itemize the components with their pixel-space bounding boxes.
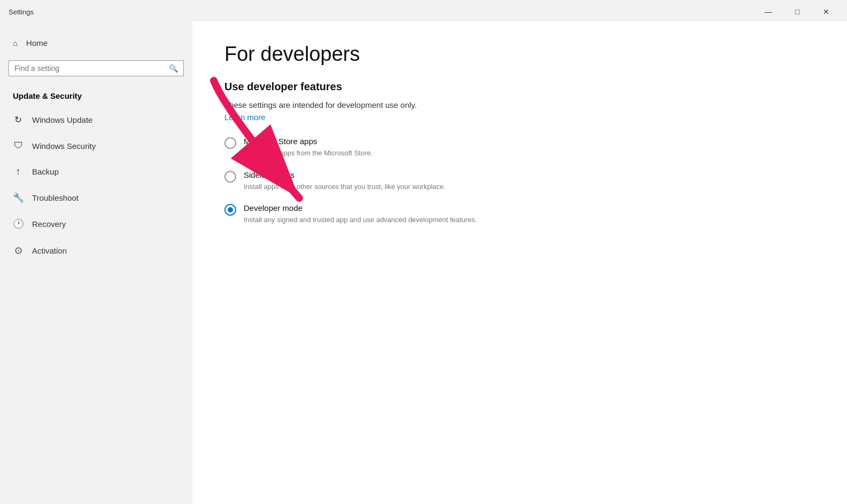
radio-text-developer-mode: Developer mode Install any signed and tr… bbox=[244, 203, 815, 225]
sidebar-item-label: Backup bbox=[32, 167, 59, 176]
content-panel: For developers Use developer features Th… bbox=[192, 21, 847, 504]
sidebar-item-label: Activation bbox=[32, 246, 67, 255]
app-title: Settings bbox=[9, 8, 34, 16]
radio-label-microsoft-store: Microsoft Store apps bbox=[244, 137, 815, 146]
title-bar: Settings — □ ✕ bbox=[0, 0, 847, 21]
window-controls: — □ ✕ bbox=[756, 3, 838, 20]
learn-more-link[interactable]: Learn more bbox=[224, 113, 266, 122]
radio-sideload[interactable] bbox=[224, 171, 236, 183]
page-title: For developers bbox=[224, 43, 815, 66]
search-icon: 🔍 bbox=[169, 64, 178, 73]
sidebar-item-windows-security[interactable]: 🛡 Windows Security bbox=[0, 133, 192, 159]
close-button[interactable]: ✕ bbox=[814, 3, 838, 20]
radio-microsoft-store[interactable] bbox=[224, 137, 236, 149]
windows-update-icon: ↻ bbox=[13, 114, 24, 125]
radio-text-sideload: Sideload apps Install apps from other so… bbox=[244, 170, 815, 192]
description-text: These settings are intended for developm… bbox=[224, 100, 815, 109]
recovery-icon: 🕐 bbox=[13, 218, 24, 230]
windows-security-icon: 🛡 bbox=[13, 140, 24, 151]
sidebar-item-recovery[interactable]: 🕐 Recovery bbox=[0, 211, 192, 237]
sidebar-item-home[interactable]: ⌂ Home bbox=[0, 32, 192, 54]
radio-text-microsoft-store: Microsoft Store apps Only install apps f… bbox=[244, 137, 815, 159]
radio-label-sideload: Sideload apps bbox=[244, 170, 815, 179]
sidebar-item-backup[interactable]: ↑ Backup bbox=[0, 159, 192, 185]
sidebar-item-activation[interactable]: ⊙ Activation bbox=[0, 237, 192, 264]
maximize-button[interactable]: □ bbox=[785, 3, 810, 20]
radio-desc-microsoft-store: Only install apps from the Microsoft Sto… bbox=[244, 148, 815, 159]
activation-icon: ⊙ bbox=[13, 245, 24, 256]
radio-option-developer-mode[interactable]: Developer mode Install any signed and tr… bbox=[224, 203, 815, 225]
app-body: ⌂ Home 🔍 Update & Security ↻ Windows Upd… bbox=[0, 21, 847, 504]
radio-desc-developer-mode: Install any signed and trusted app and u… bbox=[244, 215, 815, 225]
radio-developer-mode[interactable] bbox=[224, 204, 236, 216]
backup-icon: ↑ bbox=[13, 166, 24, 177]
radio-option-microsoft-store[interactable]: Microsoft Store apps Only install apps f… bbox=[224, 137, 815, 159]
sidebar-item-label: Windows Security bbox=[32, 141, 96, 151]
minimize-button[interactable]: — bbox=[756, 3, 781, 20]
search-box[interactable]: 🔍 bbox=[9, 60, 184, 76]
troubleshoot-icon: 🔧 bbox=[13, 192, 24, 203]
sidebar-item-label: Windows Update bbox=[32, 115, 92, 124]
home-label: Home bbox=[26, 38, 48, 48]
radio-desc-sideload: Install apps from other sources that you… bbox=[244, 182, 815, 192]
sidebar-section-title: Update & Security bbox=[0, 87, 192, 107]
sidebar-item-label: Troubleshoot bbox=[32, 193, 79, 202]
radio-inner-developer-mode bbox=[228, 207, 233, 212]
section-heading: Use developer features bbox=[224, 81, 815, 93]
sidebar-item-label: Recovery bbox=[32, 219, 66, 229]
search-input[interactable] bbox=[14, 64, 169, 73]
sidebar-item-windows-update[interactable]: ↻ Windows Update bbox=[0, 107, 192, 133]
radio-label-developer-mode: Developer mode bbox=[244, 203, 815, 212]
radio-option-sideload[interactable]: Sideload apps Install apps from other so… bbox=[224, 170, 815, 192]
sidebar: ⌂ Home 🔍 Update & Security ↻ Windows Upd… bbox=[0, 21, 192, 504]
sidebar-item-troubleshoot[interactable]: 🔧 Troubleshoot bbox=[0, 185, 192, 211]
home-icon: ⌂ bbox=[13, 38, 18, 48]
